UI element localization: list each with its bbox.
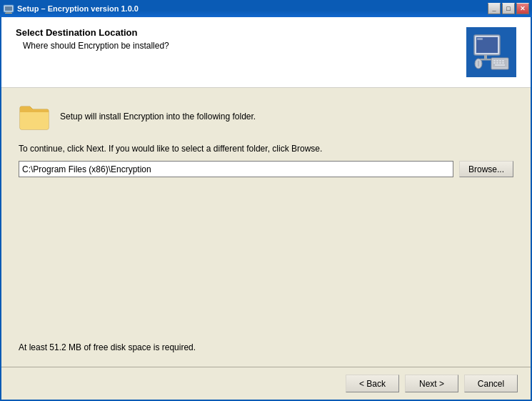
disk-space-text: At least 51.2 MB of free disk space is r… [19, 342, 513, 352]
minimize-button[interactable]: _ [488, 3, 501, 14]
svg-rect-8 [480, 59, 491, 61]
svg-rect-6 [477, 38, 483, 40]
browse-button[interactable]: Browse... [459, 161, 513, 177]
back-button[interactable]: < Back [346, 375, 399, 392]
header-text-block: Select Destination Location Where should… [16, 27, 466, 51]
svg-rect-12 [496, 60, 498, 61]
title-bar-icon [3, 3, 14, 14]
title-bar-title: Setup – Encryption version 1.0.0 [17, 4, 485, 13]
content-body: Setup will install Encryption into the f… [1, 88, 531, 367]
next-button[interactable]: Next > [405, 375, 458, 392]
path-input[interactable] [19, 161, 453, 177]
main-content: Select Destination Location Where should… [1, 17, 531, 367]
svg-rect-14 [502, 60, 504, 61]
svg-rect-15 [493, 62, 496, 64]
header-icon [466, 27, 516, 77]
title-bar: Setup – Encryption version 1.0.0 _ □ ✕ [0, 0, 532, 17]
svg-rect-17 [499, 62, 501, 64]
svg-rect-3 [5, 13, 12, 14]
svg-rect-1 [5, 6, 12, 11]
svg-rect-18 [502, 62, 504, 64]
cancel-button[interactable]: Cancel [464, 375, 518, 392]
install-text: Setup will install Encryption into the f… [60, 112, 256, 122]
install-info: Setup will install Encryption into the f… [19, 102, 513, 131]
svg-rect-13 [499, 60, 501, 61]
svg-rect-11 [493, 60, 496, 61]
bottom-bar: < Back Next > Cancel [1, 367, 531, 400]
close-button[interactable]: ✕ [516, 3, 529, 14]
continue-text: To continue, click Next. If you would li… [19, 144, 513, 154]
header-title: Select Destination Location [16, 27, 466, 38]
svg-rect-7 [484, 55, 487, 59]
svg-rect-16 [496, 62, 498, 64]
svg-rect-19 [495, 64, 505, 66]
header-subtitle: Where should Encryption be installed? [23, 41, 466, 51]
window-body: Select Destination Location Where should… [0, 17, 532, 401]
spacer [19, 189, 513, 342]
folder-icon [19, 102, 50, 131]
header-section: Select Destination Location Where should… [1, 17, 531, 88]
path-row: Browse... [19, 161, 513, 177]
title-bar-buttons: _ □ ✕ [488, 3, 529, 14]
maximize-button[interactable]: □ [502, 3, 515, 14]
